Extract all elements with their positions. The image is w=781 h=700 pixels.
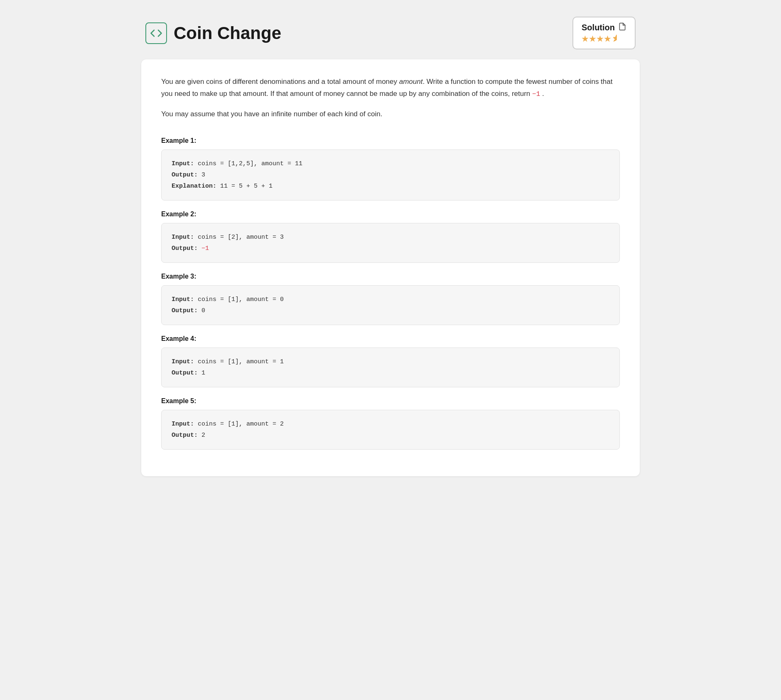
example-2-output: −1 xyxy=(201,245,209,252)
example-1-label: Example 1: xyxy=(161,137,620,144)
example-4-input-line: Input: coins = [1], amount = 1 xyxy=(172,356,609,367)
desc-italic: amount xyxy=(399,78,423,86)
star-1: ★ xyxy=(582,34,588,44)
input-keyword-4: Input: xyxy=(172,358,194,365)
star-3: ★ xyxy=(597,34,603,44)
page-container: Coin Change Solution ★ ★ ★ xyxy=(141,8,640,476)
example-1-output: 3 xyxy=(201,171,205,179)
example-2-input-line: Input: coins = [2], amount = 3 xyxy=(172,232,609,243)
example-1-output-line: Output: 3 xyxy=(172,169,609,181)
solution-button[interactable]: Solution ★ ★ ★ ★ ⯨ xyxy=(572,17,636,49)
example-4-output-line: Output: 1 xyxy=(172,367,609,379)
example-3-code: Input: coins = [1], amount = 0 Output: 0 xyxy=(161,285,620,325)
example-2-output-line: Output: −1 xyxy=(172,243,609,254)
example-section-3: Example 3: Input: coins = [1], amount = … xyxy=(161,273,620,325)
example-4-input: coins = [1], amount = 1 xyxy=(198,358,284,365)
example-3-label: Example 3: xyxy=(161,273,620,280)
example-2-label: Example 2: xyxy=(161,210,620,218)
desc-before-italic: You are given coins of different denomin… xyxy=(161,78,399,86)
example-5-input: coins = [1], amount = 2 xyxy=(198,421,284,428)
example-5-code: Input: coins = [1], amount = 2 Output: 2 xyxy=(161,410,620,450)
example-section-5: Example 5: Input: coins = [1], amount = … xyxy=(161,397,620,450)
example-5-output: 2 xyxy=(201,432,205,439)
output-keyword-3: Output: xyxy=(172,307,198,314)
input-keyword-5: Input: xyxy=(172,421,194,428)
example-2-code: Input: coins = [2], amount = 3 Output: −… xyxy=(161,223,620,263)
input-keyword-2: Input: xyxy=(172,234,194,241)
example-4-output: 1 xyxy=(201,370,205,377)
example-section-2: Example 2: Input: coins = [2], amount = … xyxy=(161,210,620,263)
example-5-output-line: Output: 2 xyxy=(172,430,609,441)
explanation-keyword-1: Explanation: xyxy=(172,183,216,190)
example-1-input: coins = [1,2,5], amount = 11 xyxy=(198,160,302,167)
star-4: ★ xyxy=(604,34,611,44)
example-4-label: Example 4: xyxy=(161,335,620,343)
description-line2: You may assume that you have an infinite… xyxy=(161,108,620,120)
stars-row: ★ ★ ★ ★ ⯨ xyxy=(582,34,619,44)
example-3-input: coins = [1], amount = 0 xyxy=(198,296,284,303)
desc-end: . xyxy=(540,90,544,98)
solution-label: Solution xyxy=(582,23,615,32)
output-keyword-1: Output: xyxy=(172,171,198,179)
solution-btn-inner: Solution ★ ★ ★ ★ ⯨ xyxy=(582,22,626,44)
star-5-half: ⯨ xyxy=(612,34,619,44)
input-keyword-3: Input: xyxy=(172,296,194,303)
example-1-explanation: 11 = 5 + 5 + 1 xyxy=(220,183,273,190)
output-keyword-2: Output: xyxy=(172,245,198,252)
example-2-input: coins = [2], amount = 3 xyxy=(198,234,284,241)
description-line1: You are given coins of different denomin… xyxy=(161,76,620,100)
input-keyword-1: Input: xyxy=(172,160,194,167)
page-title: Coin Change xyxy=(174,23,281,43)
example-1-explanation-line: Explanation: 11 = 5 + 5 + 1 xyxy=(172,181,609,192)
example-1-input-line: Input: coins = [1,2,5], amount = 11 xyxy=(172,158,609,169)
example-section-4: Example 4: Input: coins = [1], amount = … xyxy=(161,335,620,387)
desc-code: −1 xyxy=(532,91,540,98)
example-section-1: Example 1: Input: coins = [1,2,5], amoun… xyxy=(161,137,620,201)
star-2: ★ xyxy=(589,34,596,44)
example-4-code: Input: coins = [1], amount = 1 Output: 1 xyxy=(161,348,620,387)
header: Coin Change Solution ★ ★ ★ xyxy=(141,8,640,59)
main-card: You are given coins of different denomin… xyxy=(141,59,640,476)
doc-icon xyxy=(618,22,626,33)
example-3-output-line: Output: 0 xyxy=(172,305,609,316)
problem-icon xyxy=(145,22,167,44)
output-keyword-4: Output: xyxy=(172,370,198,377)
example-1-code: Input: coins = [1,2,5], amount = 11 Outp… xyxy=(161,149,620,201)
example-3-input-line: Input: coins = [1], amount = 0 xyxy=(172,294,609,305)
output-keyword-5: Output: xyxy=(172,432,198,439)
header-left: Coin Change xyxy=(145,22,281,44)
example-3-output: 0 xyxy=(201,307,205,314)
solution-btn-row: Solution xyxy=(582,22,626,33)
example-5-input-line: Input: coins = [1], amount = 2 xyxy=(172,419,609,430)
example-5-label: Example 5: xyxy=(161,397,620,405)
